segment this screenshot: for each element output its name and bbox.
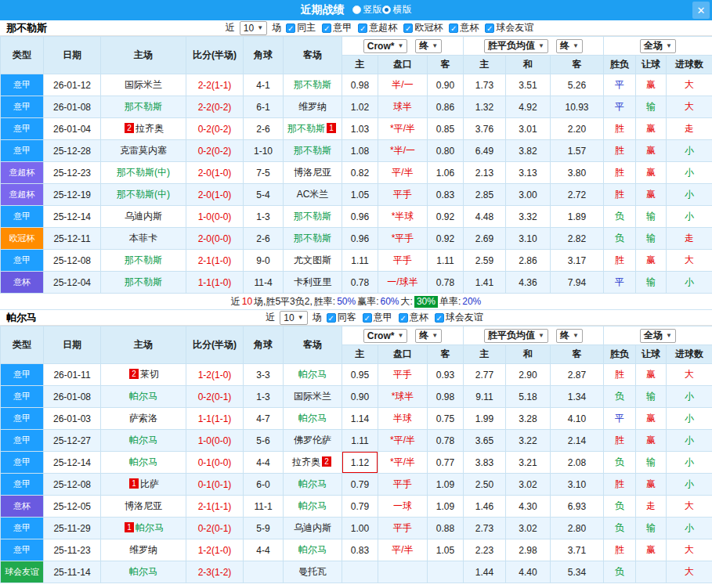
scope-select[interactable]: 全场▼ xyxy=(640,329,676,343)
asia-away-odds-cell: 1.06 xyxy=(428,162,464,184)
europe-home-odds-cell: 1.46 xyxy=(464,496,506,518)
col-asia-away: 客 xyxy=(428,345,464,364)
filter-checkbox[interactable]: ✓意甲 xyxy=(322,21,352,34)
checkbox-icon[interactable]: ✓ xyxy=(358,23,367,33)
team-name[interactable]: 拉齐奥 xyxy=(136,123,164,134)
team-name[interactable]: 帕尔马 xyxy=(298,413,327,424)
close-icon[interactable]: ✕ xyxy=(692,2,710,19)
layout-radio-selected[interactable]: 横版 xyxy=(382,3,412,16)
bookmaker-select[interactable]: Crow*▼ xyxy=(363,39,408,53)
radio-icon[interactable] xyxy=(382,5,391,14)
team-name[interactable]: 比萨 xyxy=(140,478,159,489)
team-name[interactable]: 帕尔马 xyxy=(129,456,157,467)
team-name[interactable]: 那不勒斯 xyxy=(294,145,331,156)
checkbox-icon[interactable]: ✓ xyxy=(363,313,372,323)
asia-handicap-cell: *平/半 xyxy=(378,452,428,474)
europe-away-odds-cell: 2.82 xyxy=(551,228,604,250)
team-name[interactable]: 曼托瓦 xyxy=(298,566,327,577)
goals-result-cell: 小 xyxy=(667,272,712,294)
near-label: 近 xyxy=(266,311,275,324)
team-name[interactable]: 那不勒斯(中) xyxy=(117,167,170,178)
team-name[interactable]: 帕尔马 xyxy=(298,544,327,555)
team-name[interactable]: 尤文图斯 xyxy=(294,254,331,265)
wdl-average-select[interactable]: 胜平负均值▼ xyxy=(484,39,548,53)
europe-away-odds-cell: 2.08 xyxy=(551,452,604,474)
score-cell: 2-2(0-2) xyxy=(186,96,244,118)
filter-checkbox[interactable]: ✓球会友谊 xyxy=(485,21,533,34)
match-type-cell: 意超杯 xyxy=(1,162,44,184)
asia-away-odds-cell: 0.93 xyxy=(428,364,464,386)
team-name[interactable]: 乌迪内斯 xyxy=(125,211,162,222)
team-name[interactable]: 维罗纳 xyxy=(129,544,157,555)
team-name[interactable]: 那不勒斯 xyxy=(125,254,162,265)
europe-final-select[interactable]: 终▼ xyxy=(556,39,583,53)
team-name-title: 帕尔马 xyxy=(0,311,37,325)
team-name[interactable]: 那不勒斯 xyxy=(294,211,331,222)
team-name[interactable]: 那不勒斯 xyxy=(125,276,162,287)
checkbox-icon[interactable]: ✓ xyxy=(286,23,295,33)
wdl-average-select[interactable]: 胜平负均值▼ xyxy=(484,329,548,343)
team-name[interactable]: 帕尔马 xyxy=(298,500,327,511)
team-name[interactable]: 拉齐奥 xyxy=(292,456,320,467)
europe-away-odds-cell: 2.80 xyxy=(551,518,604,539)
team-name[interactable]: 那不勒斯(中) xyxy=(117,189,170,200)
asia-handicap-cell: 平/半 xyxy=(378,162,428,184)
filter-checkbox-label: 意杯 xyxy=(410,311,428,324)
team-name[interactable]: 博洛尼亚 xyxy=(294,167,331,178)
filter-checkbox[interactable]: ✓球会友谊 xyxy=(435,311,483,324)
asia-final-select[interactable]: 终▼ xyxy=(415,39,442,53)
score-cell: 2-0(0-0) xyxy=(186,228,244,250)
team-name[interactable]: 国际米兰 xyxy=(125,79,162,90)
checkbox-icon[interactable]: ✓ xyxy=(449,23,458,33)
team-name[interactable]: 那不勒斯 xyxy=(287,123,325,134)
corner-cell: 7-5 xyxy=(244,162,284,184)
team-name[interactable]: 帕尔马 xyxy=(298,478,327,489)
filter-checkbox[interactable]: ✓同主 xyxy=(286,21,316,34)
team-name[interactable]: AC米兰 xyxy=(297,189,329,200)
checkbox-icon[interactable]: ✓ xyxy=(327,313,336,323)
score-cell: 0-2(0-2) xyxy=(186,140,244,162)
checkbox-icon[interactable]: ✓ xyxy=(399,313,408,323)
team-name[interactable]: 帕尔马 xyxy=(136,522,164,533)
team-name[interactable]: 卡利亚里 xyxy=(294,276,331,287)
team-name[interactable]: 帕尔马 xyxy=(129,391,157,402)
team-name[interactable]: 博洛尼亚 xyxy=(125,500,162,511)
asia-final-select[interactable]: 终▼ xyxy=(415,329,442,343)
team-name[interactable]: 帕尔马 xyxy=(298,369,327,380)
scope-select[interactable]: 全场▼ xyxy=(640,39,676,53)
checkbox-icon[interactable]: ✓ xyxy=(403,23,413,33)
bookmaker-select[interactable]: Crow*▼ xyxy=(363,329,408,343)
away-team-cell: 乌迪内斯 xyxy=(284,518,342,539)
filter-checkbox[interactable]: ✓意杯 xyxy=(449,21,479,34)
team-name[interactable]: 莱切 xyxy=(140,369,159,380)
team-name[interactable]: 帕尔马 xyxy=(129,435,157,446)
filter-checkbox[interactable]: ✓欧冠杯 xyxy=(403,21,443,34)
team-name[interactable]: 佛罗伦萨 xyxy=(294,435,331,446)
team-name[interactable]: 帕尔马 xyxy=(129,566,157,577)
team-name[interactable]: 那不勒斯 xyxy=(125,101,162,112)
filter-checkbox[interactable]: ✓意甲 xyxy=(363,311,392,324)
team-name[interactable]: 国际米兰 xyxy=(294,391,331,402)
checkbox-icon[interactable]: ✓ xyxy=(485,23,494,33)
layout-radio-option[interactable]: 竖版 xyxy=(352,3,382,16)
games-count-select[interactable]: 10▼ xyxy=(240,21,267,35)
team-name[interactable]: 那不勒斯 xyxy=(294,233,331,243)
filter-checkbox[interactable]: ✓同客 xyxy=(327,311,356,324)
checkbox-icon[interactable]: ✓ xyxy=(322,23,331,33)
europe-final-select[interactable]: 终▼ xyxy=(556,329,583,343)
team-name[interactable]: 那不勒斯 xyxy=(294,79,331,90)
team-name[interactable]: 乌迪内斯 xyxy=(294,522,331,533)
team-name[interactable]: 萨索洛 xyxy=(129,413,157,424)
handicap-result-cell: 赢 xyxy=(636,118,667,140)
team-name[interactable]: 本菲卡 xyxy=(129,233,157,243)
team-name[interactable]: 维罗纳 xyxy=(298,101,327,112)
filter-checkbox[interactable]: ✓意超杯 xyxy=(358,21,397,34)
asia-home-odds-cell: 0.83 xyxy=(342,539,378,561)
filter-checkbox[interactable]: ✓意杯 xyxy=(399,311,428,324)
result-cell: 胜 xyxy=(604,140,636,162)
result-cell: 平 xyxy=(604,96,636,118)
games-count-select[interactable]: 10▼ xyxy=(280,311,307,325)
radio-icon[interactable] xyxy=(352,5,361,14)
team-name[interactable]: 克雷莫内塞 xyxy=(120,145,167,156)
checkbox-icon[interactable]: ✓ xyxy=(435,313,444,323)
